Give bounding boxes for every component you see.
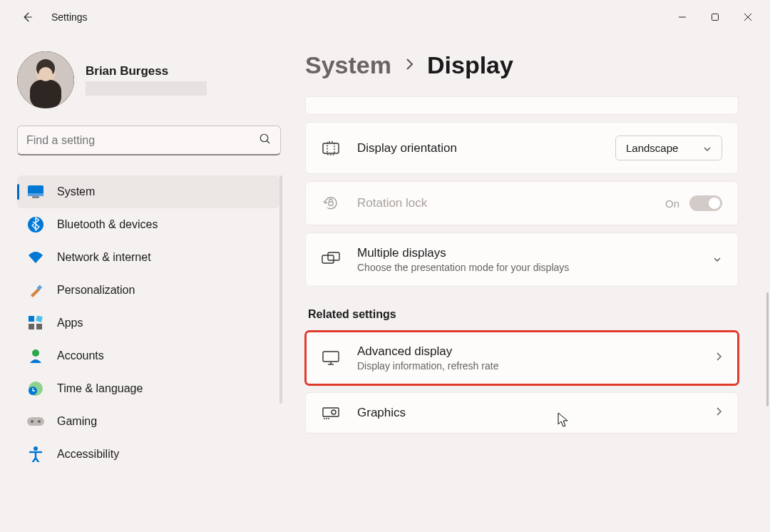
gamepad-icon	[27, 413, 44, 430]
apps-icon	[27, 314, 44, 332]
bluetooth-icon	[27, 216, 44, 233]
nav-label: Personalization	[57, 284, 135, 297]
back-arrow-icon	[21, 11, 34, 24]
svg-rect-35	[323, 408, 339, 416]
svg-rect-23	[27, 417, 44, 426]
person-icon	[27, 347, 44, 364]
search-input[interactable]	[26, 134, 259, 147]
card-subtitle: Display information, refresh rate	[357, 360, 698, 372]
section-heading-related: Related settings	[308, 308, 739, 321]
search-icon	[259, 133, 272, 148]
nav-item-system[interactable]: System	[17, 175, 279, 208]
svg-rect-6	[30, 80, 61, 108]
card-title: Advanced display	[357, 344, 698, 359]
svg-rect-12	[28, 193, 43, 196]
svg-rect-18	[29, 324, 34, 329]
nav-item-apps[interactable]: Apps	[17, 307, 279, 339]
nav-label: Accounts	[57, 349, 104, 362]
chevron-right-icon	[715, 406, 722, 419]
nav-item-time[interactable]: Time & language	[17, 372, 279, 405]
svg-rect-16	[29, 316, 34, 322]
svg-rect-17	[36, 316, 43, 322]
card-subtitle: Choose the presentation mode for your di…	[357, 262, 695, 273]
breadcrumb-parent[interactable]: System	[305, 51, 391, 79]
nav-label: Time & language	[57, 382, 143, 395]
paintbrush-icon	[27, 282, 44, 299]
nav-label: Gaming	[57, 415, 97, 428]
titlebar: Settings	[0, 0, 770, 34]
svg-point-20	[32, 349, 39, 357]
orientation-dropdown[interactable]: Landscape	[615, 135, 722, 160]
svg-point-9	[260, 134, 268, 142]
accessibility-icon	[27, 446, 44, 463]
close-button[interactable]	[732, 6, 764, 29]
svg-point-25	[38, 420, 41, 423]
nav-item-gaming[interactable]: Gaming	[17, 405, 279, 438]
card-display-orientation[interactable]: Display orientation Landscape	[305, 122, 739, 174]
user-email-redacted	[86, 81, 207, 96]
svg-rect-29	[329, 202, 333, 205]
card-graphics[interactable]: Graphics	[305, 392, 739, 434]
system-icon	[27, 183, 44, 200]
card-advanced-display[interactable]: Advanced display Display information, re…	[305, 331, 739, 385]
toggle-status-label: On	[665, 198, 679, 210]
dropdown-value: Landscape	[626, 142, 678, 154]
avatar	[17, 51, 74, 108]
svg-rect-13	[32, 196, 39, 198]
graphics-card-icon	[322, 406, 340, 420]
multiple-displays-icon	[322, 252, 340, 267]
nav-label: Bluetooth & devices	[57, 218, 158, 231]
chevron-right-icon	[404, 57, 414, 74]
svg-rect-1	[712, 14, 719, 21]
card-title: Graphics	[357, 406, 698, 420]
nav-item-personalization[interactable]: Personalization	[17, 274, 279, 307]
svg-point-8	[38, 67, 53, 81]
svg-rect-32	[323, 352, 339, 362]
card-title: Rotation lock	[357, 196, 648, 210]
chevron-right-icon	[715, 352, 722, 364]
content-scrollbar[interactable]	[766, 292, 769, 406]
svg-rect-27	[323, 143, 339, 153]
nav-item-accessibility[interactable]: Accessibility	[17, 438, 279, 471]
window-title: Settings	[51, 11, 88, 23]
breadcrumb-current: Display	[427, 51, 513, 79]
nav-label: System	[57, 185, 95, 198]
svg-rect-19	[36, 324, 42, 329]
clock-globe-icon	[27, 380, 44, 397]
card-title: Display orientation	[357, 141, 598, 155]
nav-item-accounts[interactable]: Accounts	[17, 339, 279, 372]
svg-line-10	[267, 140, 270, 143]
user-header[interactable]: Brian Burgess	[17, 51, 279, 108]
nav-item-bluetooth[interactable]: Bluetooth & devices	[17, 208, 279, 241]
monitor-icon	[322, 350, 340, 366]
card-multiple-displays[interactable]: Multiple displays Choose the presentatio…	[305, 232, 739, 287]
svg-point-36	[332, 410, 336, 414]
search-box[interactable]	[17, 126, 281, 155]
user-name: Brian Burgess	[86, 64, 207, 78]
wifi-icon	[27, 249, 44, 266]
sidebar: Brian Burgess System Bluetooth & devices…	[0, 34, 285, 532]
svg-point-24	[31, 420, 34, 423]
orientation-icon	[322, 141, 340, 155]
nav-scrollbar[interactable]	[279, 175, 282, 404]
nav-list: System Bluetooth & devices Network & int…	[17, 175, 279, 471]
maximize-button[interactable]	[699, 6, 732, 29]
rotation-lock-toggle	[689, 195, 722, 211]
svg-point-26	[34, 446, 38, 451]
nav-label: Network & internet	[57, 251, 151, 264]
nav-label: Accessibility	[57, 448, 119, 461]
minimize-button[interactable]	[666, 6, 699, 29]
chevron-down-icon	[703, 142, 712, 154]
card-rotation-lock: Rotation lock On	[305, 181, 739, 225]
back-button[interactable]	[17, 11, 37, 24]
card-cut-top	[305, 96, 739, 115]
card-title: Multiple displays	[357, 246, 695, 260]
rotation-lock-icon	[322, 195, 340, 212]
nav-item-network[interactable]: Network & internet	[17, 241, 279, 274]
content-area: System Display Display orientation Lands…	[285, 34, 770, 532]
breadcrumb: System Display	[305, 51, 739, 79]
chevron-down-icon	[712, 253, 722, 266]
nav-label: Apps	[57, 317, 83, 329]
